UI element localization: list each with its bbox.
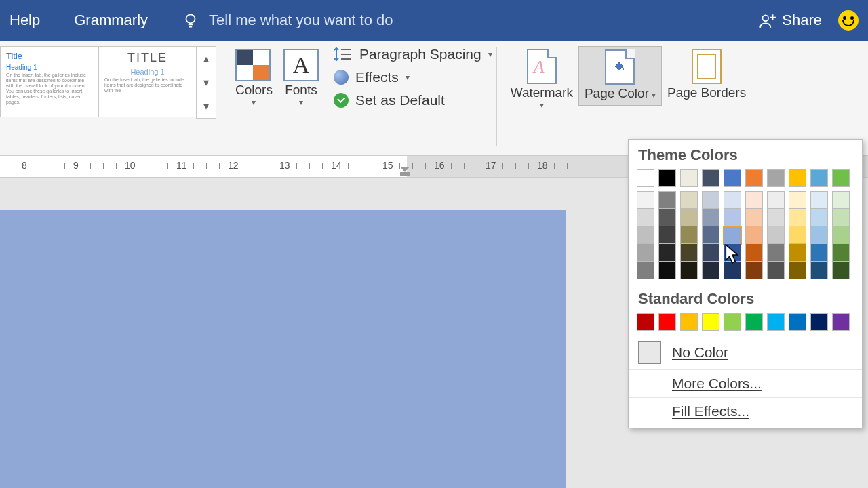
color-swatch[interactable] (724, 191, 741, 209)
color-swatch[interactable] (832, 209, 850, 226)
color-swatch[interactable] (680, 191, 698, 209)
color-swatch[interactable] (658, 244, 676, 262)
color-swatch[interactable] (680, 226, 698, 244)
color-swatch[interactable] (810, 191, 828, 209)
color-swatch[interactable] (724, 226, 741, 244)
color-swatch[interactable] (680, 313, 698, 331)
gallery-up-button[interactable]: ▴ (197, 47, 216, 70)
color-swatch[interactable] (658, 169, 676, 187)
color-swatch[interactable] (767, 209, 785, 226)
effects-button[interactable]: Effects ▾ (334, 69, 492, 85)
color-swatch[interactable] (810, 169, 828, 187)
color-swatch[interactable] (789, 169, 806, 187)
page-color-button[interactable]: Page Color▾ (578, 46, 662, 106)
document-page[interactable] (0, 210, 566, 488)
color-swatch[interactable] (637, 262, 654, 279)
color-swatch[interactable] (832, 262, 850, 279)
color-swatch[interactable] (745, 191, 763, 209)
color-swatch[interactable] (745, 244, 763, 262)
theme-group: Colors ▾ A Fonts ▾ (216, 41, 327, 110)
color-swatch[interactable] (680, 169, 698, 187)
color-swatch[interactable] (745, 262, 763, 279)
color-swatch[interactable] (658, 313, 676, 331)
color-swatch[interactable] (767, 262, 785, 279)
feedback-smiley-icon[interactable] (838, 10, 859, 30)
group-separator (496, 47, 497, 146)
color-swatch[interactable] (637, 313, 654, 331)
color-swatch[interactable] (832, 191, 850, 209)
color-swatch[interactable] (658, 262, 676, 279)
page-borders-button[interactable]: Page Borders (662, 46, 751, 103)
color-swatch[interactable] (789, 313, 806, 331)
color-swatch[interactable] (637, 244, 654, 262)
color-swatch[interactable] (702, 191, 719, 209)
color-swatch[interactable] (658, 209, 676, 226)
no-color-item[interactable]: No Color (629, 335, 862, 369)
color-swatch[interactable] (810, 244, 828, 262)
color-swatch[interactable] (767, 226, 785, 244)
color-swatch[interactable] (832, 244, 850, 262)
color-swatch[interactable] (767, 313, 785, 331)
color-swatch[interactable] (789, 209, 806, 226)
style-set-card[interactable]: Title Heading 1 On the Insert tab, the g… (0, 46, 98, 117)
color-swatch[interactable] (789, 191, 806, 209)
color-swatch[interactable] (702, 169, 719, 187)
indent-marker-base[interactable] (400, 172, 410, 176)
fonts-button[interactable]: A Fonts ▾ (278, 46, 324, 110)
share-button[interactable]: Share (759, 12, 822, 29)
color-swatch[interactable] (832, 169, 850, 187)
svg-point-0 (186, 14, 195, 23)
color-swatch[interactable] (637, 209, 654, 226)
color-swatch[interactable] (658, 191, 676, 209)
document-formatting-gallery[interactable]: Title Heading 1 On the Insert tab, the g… (0, 41, 216, 119)
set-as-default-button[interactable]: Set as Default (334, 92, 492, 108)
color-swatch[interactable] (832, 313, 850, 331)
color-swatch[interactable] (680, 262, 698, 279)
watermark-button[interactable]: Watermark ▾ (505, 46, 578, 113)
no-color-label: No Color (672, 344, 728, 361)
color-swatch[interactable] (724, 169, 741, 187)
tab-help[interactable]: Help (9, 12, 40, 29)
color-swatch[interactable] (702, 262, 719, 279)
color-swatch[interactable] (637, 226, 654, 244)
color-swatch[interactable] (745, 169, 763, 187)
color-swatch[interactable] (767, 191, 785, 209)
color-swatch[interactable] (810, 226, 828, 244)
color-swatch[interactable] (658, 226, 676, 244)
color-swatch[interactable] (745, 226, 763, 244)
fill-effects-item[interactable]: Fill Effects... (629, 397, 862, 425)
style-set-card[interactable]: TITLE Heading 1 On the Insert tab, the g… (98, 46, 197, 117)
gallery-more-button[interactable]: ▾ (197, 94, 216, 118)
color-swatch[interactable] (702, 226, 719, 244)
indent-marker-icon[interactable] (400, 167, 410, 172)
color-swatch[interactable] (702, 244, 719, 262)
colors-button[interactable]: Colors ▾ (230, 46, 278, 110)
color-swatch[interactable] (810, 313, 828, 331)
color-swatch[interactable] (789, 244, 806, 262)
more-colors-item[interactable]: More Colors... (629, 369, 862, 397)
color-swatch[interactable] (745, 209, 763, 226)
color-swatch[interactable] (637, 169, 654, 187)
color-swatch[interactable] (789, 226, 806, 244)
watermark-icon (527, 49, 557, 84)
color-swatch[interactable] (702, 209, 719, 226)
color-swatch[interactable] (680, 209, 698, 226)
color-swatch[interactable] (702, 313, 719, 331)
color-swatch[interactable] (810, 262, 828, 279)
color-swatch[interactable] (745, 313, 763, 331)
color-swatch[interactable] (637, 191, 654, 209)
paragraph-spacing-button[interactable]: Paragraph Spacing ▾ (334, 46, 492, 62)
color-swatch[interactable] (680, 244, 698, 262)
tell-me-search[interactable]: Tell me what you want to do (182, 12, 393, 29)
color-swatch[interactable] (724, 313, 741, 331)
color-swatch[interactable] (724, 209, 741, 226)
color-swatch[interactable] (767, 244, 785, 262)
color-swatch[interactable] (832, 226, 850, 244)
color-swatch[interactable] (767, 169, 785, 187)
page-color-icon (605, 49, 635, 85)
tab-grammarly[interactable]: Grammarly (74, 12, 148, 29)
color-swatch[interactable] (810, 209, 828, 226)
style-body: On the Insert tab, the galleries include… (104, 77, 191, 94)
gallery-down-button[interactable]: ▾ (197, 70, 216, 94)
color-swatch[interactable] (789, 262, 806, 279)
